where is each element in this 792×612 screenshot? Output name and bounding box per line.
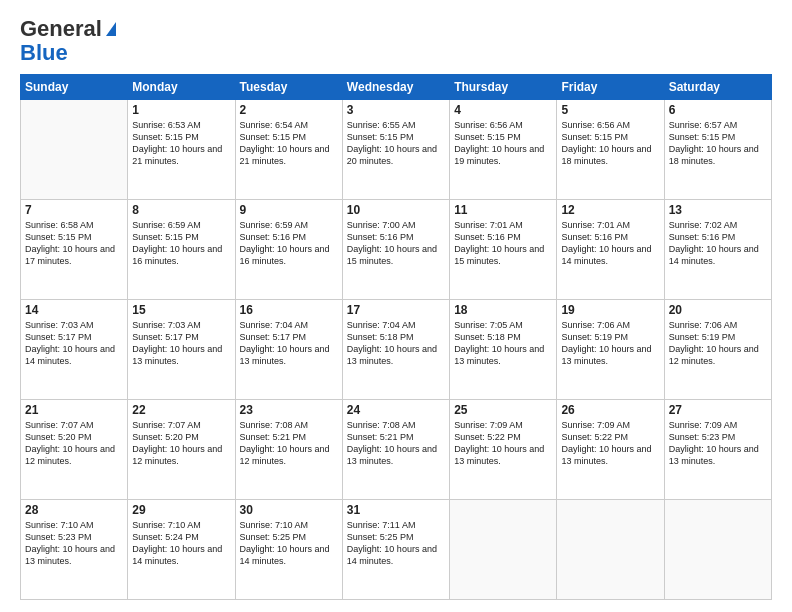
day-info: Sunrise: 7:09 AMSunset: 5:22 PMDaylight:… [561,419,659,468]
daylight-text: Daylight: 10 hours and 14 minutes. [25,344,115,366]
daylight-text: Daylight: 10 hours and 12 minutes. [25,444,115,466]
day-number: 28 [25,503,123,517]
daylight-text: Daylight: 10 hours and 13 minutes. [347,444,437,466]
calendar-cell: 20Sunrise: 7:06 AMSunset: 5:19 PMDayligh… [664,300,771,400]
daylight-text: Daylight: 10 hours and 13 minutes. [454,444,544,466]
sunrise-text: Sunrise: 7:10 AM [25,520,94,530]
day-info: Sunrise: 7:09 AMSunset: 5:22 PMDaylight:… [454,419,552,468]
daylight-text: Daylight: 10 hours and 13 minutes. [561,344,651,366]
sunrise-text: Sunrise: 6:59 AM [240,220,309,230]
day-number: 29 [132,503,230,517]
daylight-text: Daylight: 10 hours and 13 minutes. [132,344,222,366]
sunset-text: Sunset: 5:18 PM [454,332,521,342]
day-info: Sunrise: 7:06 AMSunset: 5:19 PMDaylight:… [669,319,767,368]
daylight-text: Daylight: 10 hours and 13 minutes. [561,444,651,466]
calendar-cell: 5Sunrise: 6:56 AMSunset: 5:15 PMDaylight… [557,100,664,200]
sunset-text: Sunset: 5:25 PM [240,532,307,542]
daylight-text: Daylight: 10 hours and 14 minutes. [347,544,437,566]
day-number: 26 [561,403,659,417]
daylight-text: Daylight: 10 hours and 21 minutes. [132,144,222,166]
day-header-thursday: Thursday [450,75,557,100]
day-info: Sunrise: 7:07 AMSunset: 5:20 PMDaylight:… [132,419,230,468]
calendar-week-0: 1Sunrise: 6:53 AMSunset: 5:15 PMDaylight… [21,100,772,200]
day-number: 17 [347,303,445,317]
day-number: 30 [240,503,338,517]
logo-blue-text: Blue [20,42,68,64]
sunset-text: Sunset: 5:23 PM [669,432,736,442]
daylight-text: Daylight: 10 hours and 12 minutes. [132,444,222,466]
daylight-text: Daylight: 10 hours and 16 minutes. [240,244,330,266]
calendar-cell: 11Sunrise: 7:01 AMSunset: 5:16 PMDayligh… [450,200,557,300]
day-info: Sunrise: 6:56 AMSunset: 5:15 PMDaylight:… [454,119,552,168]
day-number: 6 [669,103,767,117]
calendar-cell: 21Sunrise: 7:07 AMSunset: 5:20 PMDayligh… [21,400,128,500]
logo-general-text: General [20,16,102,42]
day-info: Sunrise: 7:04 AMSunset: 5:17 PMDaylight:… [240,319,338,368]
sunset-text: Sunset: 5:22 PM [454,432,521,442]
day-info: Sunrise: 6:59 AMSunset: 5:16 PMDaylight:… [240,219,338,268]
calendar-cell [21,100,128,200]
daylight-text: Daylight: 10 hours and 19 minutes. [454,144,544,166]
sunset-text: Sunset: 5:16 PM [240,232,307,242]
logo-triangle-icon [106,22,116,36]
sunrise-text: Sunrise: 7:03 AM [132,320,201,330]
day-info: Sunrise: 7:06 AMSunset: 5:19 PMDaylight:… [561,319,659,368]
daylight-text: Daylight: 10 hours and 12 minutes. [240,444,330,466]
daylight-text: Daylight: 10 hours and 18 minutes. [561,144,651,166]
sunset-text: Sunset: 5:19 PM [561,332,628,342]
sunset-text: Sunset: 5:16 PM [669,232,736,242]
calendar-cell: 23Sunrise: 7:08 AMSunset: 5:21 PMDayligh… [235,400,342,500]
sunrise-text: Sunrise: 7:09 AM [454,420,523,430]
calendar-cell: 14Sunrise: 7:03 AMSunset: 5:17 PMDayligh… [21,300,128,400]
calendar-cell: 26Sunrise: 7:09 AMSunset: 5:22 PMDayligh… [557,400,664,500]
daylight-text: Daylight: 10 hours and 16 minutes. [132,244,222,266]
day-number: 22 [132,403,230,417]
sunrise-text: Sunrise: 7:04 AM [240,320,309,330]
sunset-text: Sunset: 5:15 PM [132,232,199,242]
day-info: Sunrise: 7:11 AMSunset: 5:25 PMDaylight:… [347,519,445,568]
day-header-monday: Monday [128,75,235,100]
sunset-text: Sunset: 5:16 PM [347,232,414,242]
sunset-text: Sunset: 5:15 PM [240,132,307,142]
sunset-text: Sunset: 5:23 PM [25,532,92,542]
sunrise-text: Sunrise: 6:57 AM [669,120,738,130]
calendar-cell [450,500,557,600]
day-header-friday: Friday [557,75,664,100]
sunrise-text: Sunrise: 7:01 AM [561,220,630,230]
calendar-cell: 29Sunrise: 7:10 AMSunset: 5:24 PMDayligh… [128,500,235,600]
calendar-week-3: 21Sunrise: 7:07 AMSunset: 5:20 PMDayligh… [21,400,772,500]
day-number: 7 [25,203,123,217]
sunset-text: Sunset: 5:21 PM [240,432,307,442]
day-number: 1 [132,103,230,117]
sunset-text: Sunset: 5:16 PM [561,232,628,242]
calendar-cell: 4Sunrise: 6:56 AMSunset: 5:15 PMDaylight… [450,100,557,200]
day-number: 12 [561,203,659,217]
day-info: Sunrise: 6:53 AMSunset: 5:15 PMDaylight:… [132,119,230,168]
day-number: 19 [561,303,659,317]
calendar-cell: 3Sunrise: 6:55 AMSunset: 5:15 PMDaylight… [342,100,449,200]
day-info: Sunrise: 7:07 AMSunset: 5:20 PMDaylight:… [25,419,123,468]
day-number: 11 [454,203,552,217]
day-number: 9 [240,203,338,217]
sunset-text: Sunset: 5:15 PM [669,132,736,142]
sunrise-text: Sunrise: 7:04 AM [347,320,416,330]
day-number: 3 [347,103,445,117]
day-number: 23 [240,403,338,417]
day-info: Sunrise: 7:05 AMSunset: 5:18 PMDaylight:… [454,319,552,368]
daylight-text: Daylight: 10 hours and 15 minutes. [454,244,544,266]
calendar-cell: 8Sunrise: 6:59 AMSunset: 5:15 PMDaylight… [128,200,235,300]
day-number: 25 [454,403,552,417]
day-number: 13 [669,203,767,217]
day-info: Sunrise: 7:10 AMSunset: 5:24 PMDaylight:… [132,519,230,568]
day-number: 5 [561,103,659,117]
sunset-text: Sunset: 5:25 PM [347,532,414,542]
sunrise-text: Sunrise: 7:07 AM [132,420,201,430]
calendar-cell: 31Sunrise: 7:11 AMSunset: 5:25 PMDayligh… [342,500,449,600]
sunrise-text: Sunrise: 6:55 AM [347,120,416,130]
daylight-text: Daylight: 10 hours and 20 minutes. [347,144,437,166]
sunset-text: Sunset: 5:15 PM [561,132,628,142]
sunrise-text: Sunrise: 6:53 AM [132,120,201,130]
sunset-text: Sunset: 5:17 PM [25,332,92,342]
day-number: 14 [25,303,123,317]
sunset-text: Sunset: 5:20 PM [25,432,92,442]
